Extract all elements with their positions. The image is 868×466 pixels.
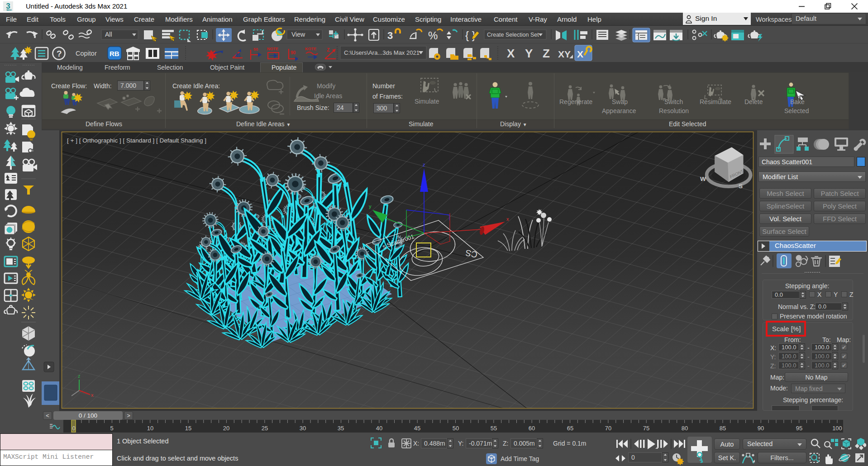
svg-text:45: 45	[235, 53, 241, 58]
svg-text:Z: Z	[327, 48, 329, 52]
svg-text:X: X	[577, 49, 583, 59]
svg-text:W: W	[700, 176, 706, 182]
svg-text:y: y	[369, 204, 372, 209]
svg-text:90: 90	[291, 50, 296, 55]
svg-text:C:\Users\Ara...3ds Max 2021: C:\Users\Ara...3ds Max 2021	[344, 49, 420, 56]
svg-text:S: S	[739, 183, 743, 190]
svg-text:Create Selection Set: Create Selection Set	[487, 32, 539, 38]
svg-text:[ + ] [ Orthographic ] [ Stand: [ + ] [ Orthographic ] [ Standard ] [ De…	[67, 137, 206, 144]
svg-text:KOTE: KOTE	[305, 47, 316, 51]
svg-text:View: View	[291, 31, 305, 38]
svg-text:MAX: MAX	[6, 9, 12, 11]
svg-text:50: 50	[253, 47, 258, 52]
svg-text:%: %	[428, 29, 438, 42]
svg-text:All: All	[105, 31, 112, 38]
svg-text:NOTE: NOTE	[267, 47, 278, 51]
svg-text:Copitor: Copitor	[76, 50, 97, 57]
svg-text:3: 3	[387, 30, 393, 41]
svg-text:?: ?	[57, 49, 62, 58]
svg-text:z: z	[423, 162, 425, 167]
svg-text:Y: Y	[525, 47, 533, 60]
svg-text:X: X	[507, 47, 515, 60]
svg-text:x: x	[506, 216, 509, 222]
svg-text:z: z	[78, 373, 81, 379]
svg-text:RB: RB	[110, 50, 119, 57]
svg-text:Z: Z	[543, 47, 550, 60]
svg-text:XY: XY	[558, 49, 571, 59]
svg-text:x: x	[91, 392, 94, 398]
